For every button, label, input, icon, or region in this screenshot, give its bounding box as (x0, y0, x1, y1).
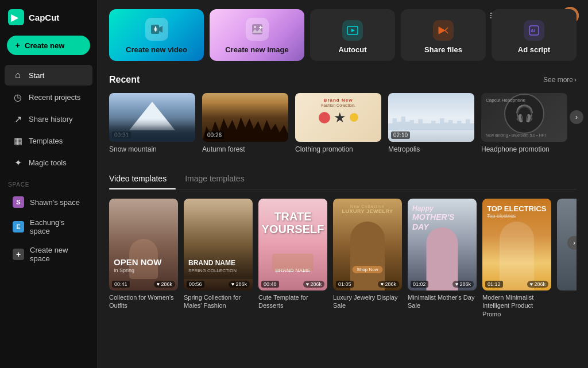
template-likes-5: ♥ 286k (527, 281, 548, 288)
template-name-1: Spring Collection for Males' Fashion (184, 293, 253, 310)
template-name-4: Minimalist Mother's Day Sale (408, 293, 477, 310)
recent-thumb-headphone: 🎧 Capcut Headphone New landing • Bluetoo… (481, 93, 567, 142)
ad-script-label: Ad script (518, 45, 550, 54)
recent-item-clothing[interactable]: Brand New Fashion Collection. ★ Clothing… (295, 93, 381, 153)
recent-thumb-forest: 00:26 (202, 93, 288, 142)
template-duration-3: 01:05 (336, 281, 354, 288)
space-section-label: SPACE (0, 173, 97, 191)
duration-city: 02:10 (391, 131, 410, 139)
recent-name-headphone: Headphone promotion (481, 145, 567, 153)
space-item-shawn[interactable]: S Shawn's space (5, 192, 92, 212)
recent-item-snow[interactable]: 00:31 Snow mountain (109, 93, 195, 153)
see-more-chevron: › (574, 76, 577, 84)
see-more-button[interactable]: See more › (543, 76, 577, 84)
space-avatar-shawn: S (13, 196, 24, 208)
autocut-icon (342, 20, 363, 41)
svg-line-29 (445, 30, 448, 33)
space-item-eachung[interactable]: E Eachung's space (5, 214, 92, 240)
duration-forest: 00:26 (205, 131, 224, 139)
template-card-partial[interactable]: T (557, 199, 577, 318)
tab-image-templates[interactable]: Image templates (176, 169, 254, 189)
recent-thumb-clothing: Brand New Fashion Collection. ★ (295, 93, 381, 142)
template-thumb-2: TRATEYOURSELF BRAND NAME 00:48 ♥ 286k (258, 199, 327, 290)
template-likes-3: ♥ 286k (378, 281, 399, 288)
recent-item-forest[interactable]: 00:26 Autumn forest (202, 93, 288, 153)
template-likes-1: ♥ 286k (229, 281, 250, 288)
template-card-3[interactable]: New Collection LUXURY JEWELRY Shop Now 0… (333, 199, 402, 318)
recent-thumb-snow: 00:31 (109, 93, 195, 142)
sidebar-item-start[interactable]: ⌂ Start (5, 65, 92, 86)
template-duration-1: 00:56 (187, 281, 204, 288)
template-tabs: Video templates Image templates (109, 169, 577, 189)
template-name-2: Cute Template for Desserts (258, 293, 327, 310)
svg-marker-15 (159, 26, 163, 33)
recent-item-headphone[interactable]: 🎧 Capcut Headphone New landing • Bluetoo… (481, 93, 567, 153)
sidebar: ▶ CapCut ＋ Create new ⌂ Start ◷ Recent p… (0, 0, 98, 368)
template-thumb-5: TOP ELECTRICS Top electrics 01:12 ♥ 286k (482, 199, 551, 290)
svg-text:▶: ▶ (11, 13, 19, 22)
template-card-2[interactable]: TRATEYOURSELF BRAND NAME 00:48 ♥ 286k Cu… (258, 199, 327, 318)
tab-video-templates[interactable]: Video templates (109, 169, 176, 189)
image-card-icon (246, 18, 269, 41)
template-card-1[interactable]: BRAND NAME SPRING COLLECTION 00:56 ♥ 286… (184, 199, 253, 318)
template-card-5[interactable]: TOP ELECTRICS Top electrics 01:12 ♥ 286k… (482, 199, 551, 318)
template-thumb-0: OPEN NOW In Spring 00:41 ♥ 286k (109, 199, 178, 290)
template-name-0: Collection for Women's Outfits (109, 293, 178, 310)
space-avatar-eachung: E (13, 221, 24, 233)
add-space-icon: + (13, 249, 24, 260)
recent-section-header: Recent See more › (109, 75, 577, 85)
magic-icon: ✦ (13, 157, 23, 168)
recent-title: Recent (109, 75, 140, 85)
recent-name-snow: Snow mountain (109, 145, 195, 153)
template-duration-2: 00:48 (261, 281, 279, 288)
recent-thumb-city: 02:10 (388, 93, 474, 142)
space-item-create[interactable]: + Create new space (5, 241, 92, 268)
svg-text:AI: AI (531, 28, 535, 33)
create-image-card[interactable]: Create new image (210, 9, 304, 61)
create-image-label: Create new image (225, 45, 289, 54)
recent-name-city: Metropolis (388, 145, 474, 153)
home-icon: ⌂ (13, 70, 23, 80)
app-logo: ▶ CapCut (0, 7, 97, 33)
template-card-4[interactable]: HappyMOTHER'SDAY 01:02 ♥ 286k Minimalist… (408, 199, 477, 318)
template-name-5: Modern Minimalist Intelligent Product Pr… (482, 293, 551, 318)
video-card-icon (145, 18, 168, 41)
recent-item-city[interactable]: 02:10 Metropolis (388, 93, 474, 153)
quick-actions: Create new video Create new image (109, 9, 577, 61)
template-thumb-1: BRAND NAME SPRING COLLECTION 00:56 ♥ 286… (184, 199, 253, 290)
sidebar-item-templates[interactable]: ▦ Templates (5, 130, 92, 151)
ad-script-card[interactable]: AI Ad script (492, 9, 577, 61)
duration-snow: 00:31 (112, 131, 131, 139)
create-new-button[interactable]: ＋ Create new (7, 36, 90, 55)
ad-script-icon: AI (524, 20, 544, 41)
autocut-card[interactable]: Autocut (310, 9, 395, 61)
clock-icon: ◷ (13, 92, 23, 102)
main-content: ? Create new (98, 0, 588, 368)
app-name: CapCut (29, 13, 59, 22)
grid-icon: ▦ (13, 135, 23, 146)
template-name-3: Luxury Jewelry Display Sale (333, 293, 402, 310)
template-duration-4: 01:02 (411, 281, 428, 288)
template-likes-2: ♥ 286k (303, 281, 324, 288)
template-thumb-4: HappyMOTHER'SDAY 01:02 ♥ 286k (408, 199, 477, 290)
sidebar-item-share[interactable]: ↗ Share history (5, 109, 92, 129)
svg-point-18 (155, 26, 156, 28)
svg-marker-27 (439, 27, 445, 34)
share-files-icon (433, 20, 454, 41)
template-likes-0: ♥ 286k (154, 281, 175, 288)
share-icon: ↗ (13, 114, 23, 124)
recent-next-button[interactable]: › (570, 110, 583, 124)
recent-name-clothing: Clothing promotion (295, 145, 381, 153)
recent-name-forest: Autumn forest (202, 145, 288, 153)
svg-marker-26 (351, 29, 355, 32)
sidebar-item-magic[interactable]: ✦ Magic tools (5, 152, 92, 173)
share-files-card[interactable]: Share files (401, 9, 486, 61)
template-duration-0: 00:41 (112, 281, 130, 288)
svg-point-21 (254, 26, 256, 28)
sidebar-item-recent[interactable]: ◷ Recent projects (5, 87, 92, 107)
create-video-card[interactable]: Create new video (109, 9, 204, 61)
template-card-0[interactable]: OPEN NOW In Spring 00:41 ♥ 286k Collecti… (109, 199, 178, 318)
autocut-label: Autocut (338, 45, 366, 54)
template-thumb-3: New Collection LUXURY JEWELRY Shop Now 0… (333, 199, 402, 290)
template-duration-5: 01:12 (485, 281, 503, 288)
